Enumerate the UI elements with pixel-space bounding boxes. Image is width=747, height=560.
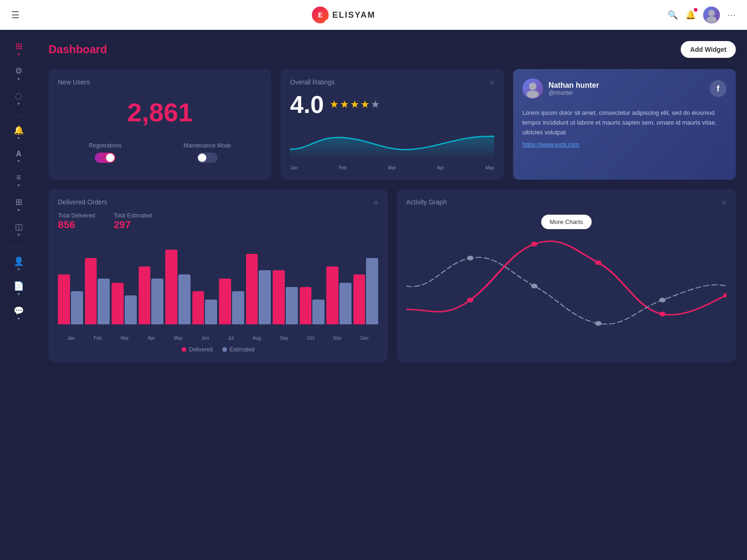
bar-estimated [232, 291, 244, 324]
bar-delivered [300, 287, 312, 324]
sidebar-item-chat[interactable]: 💬 ▼ [6, 302, 32, 325]
bar-estimated [259, 270, 271, 324]
ratings-title: Overall Ratings [290, 78, 335, 86]
month-may: May [486, 165, 494, 170]
activity-chart [406, 216, 726, 342]
registrations-toggle[interactable] [95, 153, 115, 163]
svg-point-11 [595, 321, 602, 326]
sidebar-arrow: ▼ [17, 136, 21, 140]
sidebar-item-loading[interactable]: ◌ ▼ [6, 87, 32, 110]
social-user-info: Nathan hunter @nhunter [549, 81, 599, 96]
ratings-menu-icon[interactable]: ○ [490, 78, 494, 87]
sidebar-arrow: ▼ [17, 183, 21, 188]
activity-menu-icon[interactable]: ○ [722, 198, 726, 207]
sidebar-item-docs[interactable]: 📄 ▼ [6, 277, 32, 300]
month-apr: Apr [437, 165, 444, 170]
sidebar-item-grid[interactable]: ⊞ ▼ [6, 193, 32, 216]
sidebar-item-text[interactable]: A ▼ [6, 146, 32, 167]
bar-month-label: May [174, 336, 183, 341]
bar-delivered [165, 250, 177, 324]
grid-icon: ⊞ [15, 197, 22, 207]
total-estimated-value: 297 [113, 219, 152, 231]
bar-delivered [112, 283, 124, 324]
sidebar-arrow: ▼ [17, 267, 21, 272]
social-name: Nathan hunter [549, 81, 599, 90]
social-card: Nathan hunter @nhunter f Lorem ipsum dol… [513, 69, 736, 180]
bar-group [246, 254, 271, 324]
tasks-icon: ≡ [16, 173, 21, 182]
maintenance-toggle[interactable] [197, 153, 218, 163]
maintenance-label: Maintenance Mode [183, 142, 231, 149]
delivered-orders-title: Delivered Orders [58, 198, 107, 206]
add-widget-button[interactable]: Add Widget [681, 41, 736, 58]
svg-point-0 [708, 10, 715, 16]
sidebar-divider-2 [11, 246, 26, 247]
legend-estimated-label: Estimated [230, 346, 254, 353]
sidebar-item-dashboard[interactable]: ⊞ ▼ [6, 37, 32, 60]
loading-icon: ◌ [15, 91, 22, 101]
search-icon[interactable]: 🔍 [668, 10, 678, 20]
bar-group [165, 250, 190, 324]
sidebar-arrow: ▼ [17, 208, 21, 212]
page-header: Dashboard Add Widget [49, 41, 736, 58]
sidebar-arrow: ▼ [17, 77, 21, 81]
sidebar-item-settings[interactable]: ⚙ ▼ [6, 62, 32, 85]
delivered-orders-card: Delivered Orders ○ Total Delivered 856 T… [49, 189, 388, 362]
facebook-icon[interactable]: f [710, 80, 726, 97]
logo-letter: E [318, 11, 322, 19]
menu-icon[interactable]: ☰ [11, 9, 20, 21]
bar-group [273, 270, 298, 324]
bar-group [219, 279, 244, 324]
bar-estimated [98, 279, 110, 324]
more-options-icon[interactable]: ⋯ [727, 10, 736, 20]
card-header: Activity Graph ○ [406, 198, 726, 207]
social-card-header: Nathan hunter @nhunter f [522, 78, 726, 99]
stats-row: Total Delivered 856 Total Estimated 297 [58, 212, 378, 231]
sidebar-item-user[interactable]: 👤 ▼ [6, 252, 32, 275]
settings-icon: ⚙ [15, 66, 22, 76]
bar-labels: JanFebMarAprMayJunJulAugSepOctNovDec [58, 336, 378, 341]
more-charts-button[interactable]: More Charts [541, 215, 592, 229]
total-delivered-value: 856 [58, 219, 95, 231]
bar-delivered [139, 266, 151, 324]
bar-estimated [178, 274, 190, 324]
bar-estimated [151, 279, 163, 324]
bar-delivered [219, 279, 231, 324]
month-feb: Feb [339, 165, 347, 170]
ratings-card: Overall Ratings ○ 4.0 ★★★★★ [281, 69, 503, 180]
bar-estimated [125, 295, 137, 324]
sidebar-item-alerts[interactable]: 🔔 ▼ [6, 121, 32, 144]
svg-point-9 [467, 256, 473, 260]
svg-point-7 [659, 312, 666, 316]
social-link[interactable]: https://www.expl.com [522, 141, 726, 148]
bar-month-label: Jan [67, 336, 75, 341]
bar-estimated [366, 258, 378, 324]
header-left: ☰ [11, 9, 20, 21]
toggles-row: Registrations Maintenance Mode [58, 142, 262, 163]
total-estimated-label: Total Estimated [113, 212, 152, 219]
bar-month-label: Oct [307, 336, 315, 341]
chat-icon: 💬 [14, 306, 24, 316]
delivered-orders-menu-icon[interactable]: ○ [374, 198, 378, 207]
map-icon: ◫ [15, 222, 23, 232]
bar-estimated [71, 291, 83, 324]
legend-dot-delivered [182, 347, 186, 352]
bar-group [85, 258, 110, 324]
new-users-count: 2,861 [58, 90, 262, 135]
notification-badge [694, 8, 698, 12]
bar-month-label: Jun [201, 336, 209, 341]
text-icon: A [16, 150, 21, 158]
sidebar-item-tasks[interactable]: ≡ ▼ [6, 169, 32, 191]
bar-delivered [246, 254, 258, 324]
header: ☰ E ELISYAM 🔍 🔔 ⋯ [0, 0, 747, 30]
main-container: ⊞ ▼ ⚙ ▼ ◌ ▼ 🔔 ▼ A ▼ ≡ ▼ ⊞ ▼ ◫ ▼ [0, 30, 747, 560]
legend-delivered-label: Delivered [189, 346, 213, 353]
bar-delivered [85, 258, 97, 324]
avatar[interactable] [703, 7, 720, 23]
notification-icon[interactable]: 🔔 [685, 10, 696, 20]
maintenance-toggle-item: Maintenance Mode [183, 142, 231, 163]
sidebar-item-map[interactable]: ◫ ▼ [6, 218, 32, 241]
toggle-knob [106, 154, 114, 162]
user-icon: 👤 [14, 256, 24, 266]
bar-month-label: Feb [94, 336, 102, 341]
